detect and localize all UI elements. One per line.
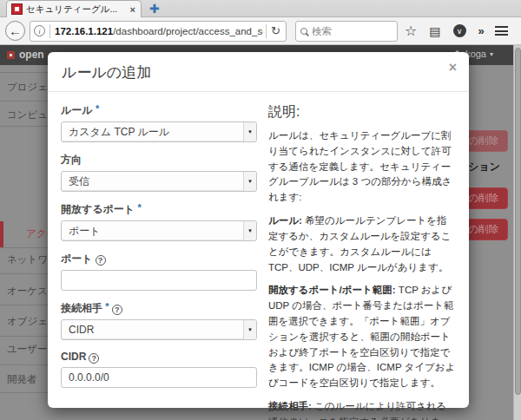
help-icon[interactable]: ? [112,305,122,315]
sidebar-divider [0,336,54,337]
remote-select[interactable]: CIDR ▼ [61,319,257,340]
url-separator [49,24,50,38]
browser-navbar: ← i 172.16.1.121 /dashboard/project/acce… [0,17,521,45]
port-input[interactable] [61,270,257,291]
port-label: ポート? [61,252,257,266]
sidebar-divider [0,364,54,365]
select-caret-icon: ▼ [243,122,256,141]
caret-down-icon: ▾ [490,50,493,58]
openstack-brand[interactable]: open [7,49,44,61]
sidebar-item-orchestration[interactable]: オーケス [7,285,48,298]
tab-close-icon[interactable]: × [130,4,135,15]
rule-form: ルール * カスタム TCP ルール ▼ 方向 受信 ▼ 開放するポート * ポ… [61,103,257,420]
back-button[interactable]: ← [5,21,25,41]
modal-title: ルールの追加 [62,62,455,82]
search-icon [300,28,307,35]
openstack-favicon-icon [12,4,22,14]
new-tab-button[interactable]: ✚ [149,2,160,16]
sidebar-divider [0,101,54,102]
browser-scrollbar[interactable] [513,45,521,420]
active-item-indicator [0,221,3,247]
cidr-label: CIDR? [61,351,257,364]
sidebar-divider [0,72,54,73]
reload-icon[interactable]: ↻ [269,24,282,37]
url-host: 172.16.1.121 [55,26,113,36]
remote-label: 接続相手 *? [61,301,257,316]
sidebar-item-project[interactable]: プロジェ [7,81,48,94]
select-caret-icon: ▼ [243,172,256,191]
site-info-icon[interactable]: i [34,25,45,36]
sidebar-item-developer[interactable]: 開発者 [7,373,37,386]
bookmark-star-icon[interactable]: ☆ [405,23,417,39]
help-icon[interactable]: ? [96,255,106,266]
description-paragraph: ルール: 希望のルールテンプレートを指定するか、カスタムルールを設定することがで… [268,213,456,275]
url-bar[interactable]: i 172.16.1.121 /dashboard/project/access… [30,21,287,42]
required-asterisk: * [105,301,109,312]
required-asterisk: * [96,103,99,114]
browser-tab[interactable]: セキュリティーグル... × [6,0,142,17]
overflow-icon[interactable]: » [478,24,483,37]
description-paragraph: 接続相手: このルールにより許可される通信のソースを指定する必要があります。IP… [268,399,456,420]
description-paragraph: 開放するポート/ポート範囲: TCP および UDP の場合、ポート番号またはポ… [268,283,456,391]
open-port-select[interactable]: ポート ▼ [61,220,257,241]
menu-icon[interactable] [495,26,508,36]
browser-tab-bar: セキュリティーグル... × ✚ [0,0,521,17]
openstack-logo-icon [7,51,15,59]
bookmarks-menu-icon[interactable]: ▤ [429,24,440,38]
sidebar-divider [0,273,54,274]
help-icon[interactable]: ? [89,353,99,364]
description-intro: ルールは、セキュリティーグループに割り当てられたインスタンスに対して許可する通信… [268,128,456,206]
search-input[interactable] [312,26,390,36]
search-box[interactable] [295,21,398,42]
select-caret-icon: ▼ [243,320,256,339]
direction-label: 方向 [61,153,257,167]
rule-select[interactable]: カスタム TCP ルール ▼ [61,121,257,142]
direction-select[interactable]: 受信 ▼ [61,171,257,192]
sidebar-divider [0,305,54,305]
modal-header: ルールの追加 × [48,52,469,92]
rule-label: ルール * [61,103,257,118]
url-separator [266,24,267,38]
scrollbar-thumb[interactable] [515,48,521,395]
close-icon[interactable]: × [449,61,457,75]
sidebar-item-compute[interactable]: コンピュ [7,108,48,121]
sidebar-divider [0,126,54,127]
select-caret-icon: ▼ [243,221,256,240]
sidebar-divider [0,247,54,248]
open-port-label: 開放するポート * [61,202,257,217]
sidebar-item-user[interactable]: ユーザー [7,343,48,356]
tab-title: セキュリティーグル... [26,3,126,16]
required-asterisk: * [137,202,141,213]
add-rule-modal: ルールの追加 × ルール * カスタム TCP ルール ▼ 方向 受信 ▼ 開放… [48,52,469,408]
description-heading: 説明: [268,103,456,121]
pocket-icon[interactable]: ∨ [453,24,466,37]
sidebar-item-object-store[interactable]: オブジェ [7,315,48,328]
cidr-input[interactable] [61,367,257,388]
url-path: /dashboard/project/access_and_secu [113,26,263,36]
description-panel: 説明: ルールは、セキュリティーグループに割り当てられたインスタンスに対して許可… [268,103,456,420]
sidebar-divider [0,392,54,393]
sidebar-item-network[interactable]: ネットワ [7,253,48,266]
